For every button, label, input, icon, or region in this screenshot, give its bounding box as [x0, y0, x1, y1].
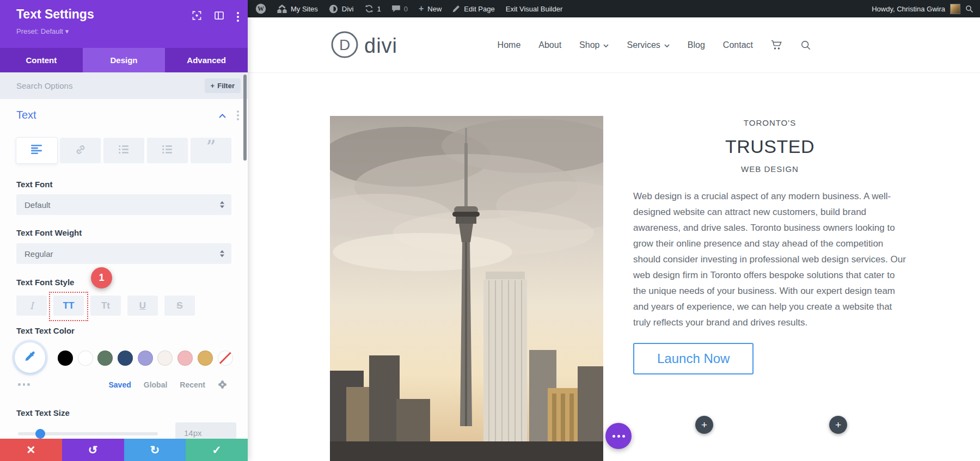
undo-button[interactable]: ↺ [62, 439, 124, 461]
row-options-button[interactable] [605, 423, 632, 449]
site-nav: Home About Shop Services Blog Contact [498, 17, 811, 72]
text-text-size-label: Text Text Size [16, 408, 70, 417]
nav-about[interactable]: About [538, 40, 561, 50]
select-stepper-icon [220, 250, 224, 257]
text-settings-panel: Text Settings Preset: Default ▾ Content … [0, 0, 248, 461]
my-sites-menu[interactable]: My Sites [272, 0, 323, 17]
color-swatch-offwhite[interactable] [157, 351, 173, 366]
section-menu-icon[interactable] [237, 110, 239, 120]
more-colors-icon[interactable] [18, 383, 30, 386]
updates-icon [365, 4, 373, 13]
comment-icon [392, 5, 400, 13]
tab-content[interactable]: Content [0, 48, 83, 72]
cart-icon[interactable] [771, 40, 782, 50]
divi-menu[interactable]: Divi [323, 0, 359, 17]
redo-button[interactable]: ↻ [124, 439, 186, 461]
color-swatch-pink[interactable] [177, 351, 193, 366]
recent-colors-tab[interactable]: Recent [180, 380, 205, 389]
link-style-tab[interactable] [60, 138, 101, 163]
quote-style-tab[interactable]: ” [191, 138, 231, 163]
plus-icon: + [211, 82, 215, 90]
ordered-list-icon [162, 145, 173, 156]
panel-scrollbar[interactable] [243, 75, 247, 161]
wp-admin-bar: W My Sites Divi 1 0 + [248, 0, 980, 17]
divi-logo-mark-icon: D [330, 30, 359, 61]
new-label: New [427, 5, 442, 13]
slider-handle[interactable] [35, 429, 45, 439]
hero-subheading: WEB DESIGN [633, 164, 906, 174]
site-logo-text: divi [364, 34, 397, 58]
panel-footer: × ↺ ↻ ✓ [0, 439, 248, 461]
add-module-button[interactable]: + [829, 416, 847, 434]
filter-button[interactable]: + Filter [205, 78, 241, 93]
ol-style-tab[interactable] [147, 138, 188, 163]
text-font-weight-select[interactable]: Regular [16, 243, 231, 264]
ul-style-tab[interactable] [103, 138, 144, 163]
text-text-color-label: Text Text Color [16, 326, 75, 335]
hero-photo-cn-tower [330, 116, 603, 461]
panel-layout-icon[interactable] [215, 11, 224, 22]
color-swatches [58, 351, 233, 366]
site-logo[interactable]: D divi [330, 30, 397, 61]
underline-button[interactable]: U [127, 296, 158, 316]
uppercase-button[interactable]: TT [53, 296, 84, 316]
chevron-up-icon[interactable] [219, 110, 226, 120]
text-size-slider[interactable] [18, 432, 158, 435]
text-style-tab[interactable] [16, 138, 57, 163]
save-button[interactable]: ✓ [186, 439, 248, 461]
admin-search-icon[interactable] [965, 5, 973, 13]
wp-logo-menu[interactable]: W [250, 0, 272, 17]
small-caps-button[interactable]: Tt [90, 296, 121, 316]
exit-visual-builder[interactable]: Exit Visual Builder [500, 0, 568, 17]
text-font-select[interactable]: Default [16, 194, 231, 215]
panel-menu-icon[interactable] [237, 12, 239, 22]
panel-tabs: Content Design Advanced [0, 48, 248, 72]
discard-button[interactable]: × [0, 439, 62, 461]
tab-design[interactable]: Design [83, 48, 166, 72]
color-swatch-navy[interactable] [118, 351, 133, 366]
color-swatch-none[interactable] [218, 351, 233, 366]
edit-page-menu[interactable]: Edit Page [447, 0, 500, 17]
user-avatar[interactable] [950, 4, 960, 14]
plus-icon: + [701, 419, 707, 431]
ellipsis-icon [612, 435, 615, 438]
italic-button[interactable]: I [16, 296, 47, 316]
site-search-icon[interactable] [800, 40, 811, 51]
chevron-down-icon [603, 40, 609, 50]
admin-bar-right: Howdy, Christina Gwira [872, 4, 980, 14]
search-options-input[interactable] [16, 81, 158, 90]
caret-down-icon: ▾ [65, 27, 69, 35]
global-colors-tab[interactable]: Global [144, 380, 168, 389]
preset-selector[interactable]: Preset: Default ▾ [16, 27, 69, 35]
color-swatch-white[interactable] [78, 351, 93, 366]
color-swatch-black[interactable] [58, 351, 73, 366]
nav-services[interactable]: Services [627, 40, 669, 50]
nav-home[interactable]: Home [498, 40, 521, 50]
tab-advanced[interactable]: Advanced [165, 48, 248, 72]
focus-mode-icon[interactable] [192, 11, 201, 22]
color-footer: Saved Global Recent [18, 380, 227, 389]
launch-now-button[interactable]: Launch Now [633, 343, 754, 374]
nav-blog[interactable]: Blog [688, 40, 705, 50]
saved-colors-tab[interactable]: Saved [109, 380, 131, 389]
add-module-button[interactable]: + [695, 416, 713, 434]
align-left-icon [31, 145, 42, 156]
wordpress-logo-icon: W [255, 3, 266, 14]
color-swatch-green[interactable] [97, 351, 113, 366]
text-section-header[interactable]: Text [16, 109, 239, 121]
eyedropper-button[interactable] [15, 342, 45, 373]
color-swatch-periwinkle[interactable] [138, 351, 153, 366]
updates-menu[interactable]: 1 [359, 0, 387, 17]
plus-icon: + [835, 419, 841, 431]
comments-menu[interactable]: 0 [387, 0, 413, 17]
strikethrough-button[interactable]: S [164, 296, 195, 316]
gear-icon[interactable] [218, 380, 227, 389]
new-content-menu[interactable]: + New [413, 0, 447, 17]
howdy-account-menu[interactable]: Howdy, Christina Gwira [872, 5, 945, 13]
color-swatch-gold[interactable] [198, 351, 213, 366]
hero-body-text: Web design is a crucial aspect of any mo… [633, 188, 906, 330]
unordered-list-icon [118, 145, 130, 156]
nav-contact[interactable]: Contact [723, 40, 753, 50]
nav-shop[interactable]: Shop [579, 40, 609, 50]
chevron-down-icon [664, 40, 670, 50]
